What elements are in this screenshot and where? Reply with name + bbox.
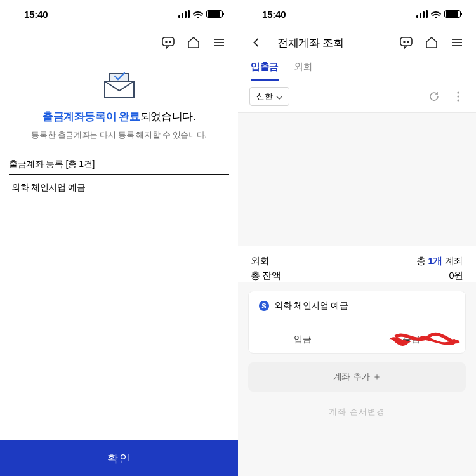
cellular-icon [178, 10, 190, 18]
svg-rect-2 [185, 11, 187, 18]
headline: 출금계좌등록이 완료되었습니다. [0, 109, 238, 124]
bank-filter-label: 신한 [256, 91, 273, 102]
menu-icon[interactable] [211, 35, 227, 50]
app-header: 전체계좌 조회 [238, 28, 476, 57]
deposit-button[interactable]: 입금 [249, 326, 357, 353]
screen-account-list: 15:40 전체계좌 조회 입출금 외화 [238, 0, 476, 476]
more-vert-icon[interactable] [452, 90, 465, 103]
svg-point-6 [169, 41, 171, 43]
filter-tools [428, 90, 465, 103]
tabs: 입출금 외화 [238, 57, 476, 81]
summary-balance-label: 총 잔액 [251, 270, 281, 282]
svg-point-15 [404, 41, 405, 43]
account-card-title: 외화 체인지업 예금 [274, 300, 348, 312]
filter-row: 신한 [238, 81, 476, 112]
svg-rect-13 [426, 10, 428, 18]
status-time: 15:40 [24, 9, 48, 20]
status-bar: 15:40 [0, 0, 238, 28]
account-card-actions: 입금 출금 [249, 326, 465, 353]
status-time: 15:40 [262, 9, 286, 20]
svg-rect-12 [423, 11, 425, 18]
svg-point-20 [457, 91, 459, 93]
screen-registration-complete: 15:40 출금계좌등록이 완료되었습니다. [0, 0, 238, 476]
withdraw-button[interactable]: 출금 [357, 326, 465, 353]
headline-accent: 출금계좌등록이 완료 [43, 110, 140, 122]
svg-point-5 [166, 41, 167, 43]
status-icons [416, 10, 461, 18]
battery-icon [444, 10, 461, 18]
svg-rect-11 [420, 13, 421, 18]
svg-rect-3 [188, 10, 190, 18]
account-card[interactable]: S 외화 체인지업 예금 입금 출금 [248, 291, 466, 354]
tab-foreign[interactable]: 외화 [294, 61, 312, 81]
app-header [0, 28, 238, 57]
home-icon[interactable] [424, 35, 439, 50]
svg-point-16 [407, 41, 409, 43]
wifi-icon [431, 10, 441, 18]
bank-logo-icon: S [259, 301, 269, 311]
subline: 등록한 출금계좌는 다시 등록 해지할 수 있습니다. [0, 130, 238, 141]
envelope-check-icon [101, 69, 138, 100]
account-name: 외화 체인지업 예금 [11, 182, 229, 194]
success-illustration [0, 69, 238, 100]
summary-currency-label: 외화 [251, 255, 269, 267]
status-bar: 15:40 [238, 0, 476, 28]
chat-icon[interactable] [399, 35, 414, 50]
divider [238, 112, 476, 113]
svg-rect-4 [162, 37, 174, 46]
edit-order-link[interactable]: 계좌 순서변경 [238, 407, 476, 418]
refresh-icon[interactable] [428, 90, 440, 103]
svg-rect-0 [178, 15, 180, 18]
summary-block: 외화 총 1개 계좌 총 잔액 0원 [238, 246, 476, 282]
chevron-down-icon [276, 93, 282, 100]
back-icon[interactable] [249, 36, 263, 50]
headline-rest: 되었습니다. [140, 110, 195, 122]
svg-point-21 [457, 95, 459, 97]
menu-icon[interactable] [449, 35, 465, 50]
svg-rect-1 [182, 13, 183, 18]
svg-rect-14 [400, 37, 412, 46]
svg-point-22 [457, 99, 459, 101]
battery-icon [206, 10, 223, 18]
svg-rect-10 [416, 15, 418, 18]
withdraw-label: 출금 [402, 334, 420, 344]
summary-count: 총 1개 계좌 [416, 255, 463, 267]
status-icons [178, 10, 223, 18]
chat-icon[interactable] [161, 35, 176, 50]
wifi-icon [193, 10, 203, 18]
add-account-button[interactable]: 계좌 추가 ＋ [248, 362, 466, 392]
account-card-header: S 외화 체인지업 예금 [249, 291, 465, 326]
section-title: 출금계좌 등록 [총 1건] [9, 159, 229, 175]
home-icon[interactable] [186, 35, 201, 50]
confirm-button[interactable]: 확인 [0, 440, 238, 476]
cellular-icon [416, 10, 428, 18]
tab-deposit-withdraw[interactable]: 입출금 [251, 61, 279, 81]
summary-balance-value: 0원 [449, 270, 463, 282]
bank-filter-chip[interactable]: 신한 [249, 87, 289, 106]
page-title: 전체계좌 조회 [277, 36, 344, 50]
